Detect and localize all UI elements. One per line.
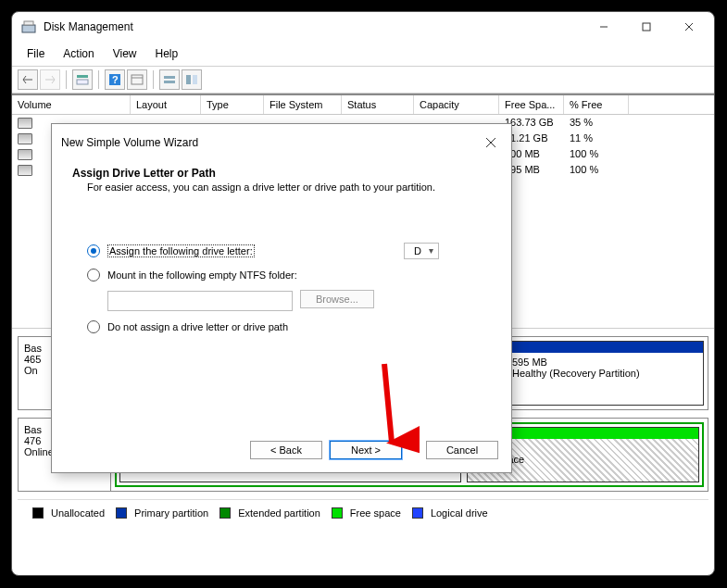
maximize-button[interactable] xyxy=(625,12,668,42)
menu-help[interactable]: Help xyxy=(146,44,188,64)
col-status[interactable]: Status xyxy=(342,95,414,114)
col-type[interactable]: Type xyxy=(201,95,264,114)
drive-icon xyxy=(18,133,32,144)
swatch-free-icon xyxy=(332,507,343,519)
svg-rect-15 xyxy=(193,75,197,84)
menu-bar: File Action View Help xyxy=(12,42,714,67)
radio-mount-folder[interactable] xyxy=(87,269,100,281)
browse-button[interactable]: Browse... xyxy=(300,290,374,308)
svg-rect-7 xyxy=(77,80,88,84)
nav-forward-button[interactable] xyxy=(40,69,60,90)
nav-back-button[interactable] xyxy=(18,69,38,90)
column-headers[interactable]: Volume Layout Type File System Status Ca… xyxy=(12,95,714,115)
col-free-space[interactable]: Free Spa... xyxy=(499,95,564,114)
svg-text:?: ? xyxy=(112,74,119,85)
back-button[interactable]: < Back xyxy=(250,441,322,459)
legend: Unallocated Primary partition Extended p… xyxy=(18,499,708,526)
cancel-button[interactable]: Cancel xyxy=(426,441,498,459)
swatch-primary-icon xyxy=(116,507,127,519)
dialog-title: New Simple Volume Wizard xyxy=(61,136,480,149)
drive-icon xyxy=(18,118,32,129)
close-button[interactable] xyxy=(668,12,710,42)
toolbar-view-icon[interactable] xyxy=(72,69,93,90)
col-filesystem[interactable]: File System xyxy=(264,95,342,114)
drive-icon xyxy=(18,149,32,160)
svg-rect-6 xyxy=(77,75,88,78)
mount-path-input[interactable] xyxy=(107,291,293,311)
title-bar: Disk Management xyxy=(12,12,714,42)
radio-assign-letter-label[interactable]: Assign the following drive letter: xyxy=(107,244,255,257)
svg-rect-13 xyxy=(164,81,175,83)
svg-rect-3 xyxy=(643,23,650,31)
radio-mount-folder-label[interactable]: Mount in the following empty NTFS folder… xyxy=(107,269,297,281)
app-window: Disk Management File Action View Help ? … xyxy=(11,11,715,576)
partition-size: 595 MB xyxy=(512,357,697,368)
svg-rect-0 xyxy=(22,25,35,32)
app-icon xyxy=(21,19,36,34)
window-title: Disk Management xyxy=(44,20,583,33)
drive-icon xyxy=(18,165,32,176)
col-layout[interactable]: Layout xyxy=(131,95,201,114)
dialog-subheading: For easier access, you can assign a driv… xyxy=(72,181,491,193)
radio-no-assign[interactable] xyxy=(87,320,100,333)
svg-rect-10 xyxy=(132,75,143,84)
swatch-unallocated-icon xyxy=(32,507,44,519)
refresh-button[interactable] xyxy=(127,69,147,90)
partition-recovery[interactable]: 595 MB Healthy (Recovery Partition) xyxy=(506,341,704,406)
svg-rect-12 xyxy=(164,76,175,79)
col-volume[interactable]: Volume xyxy=(12,95,131,114)
list-view-button[interactable] xyxy=(159,69,180,90)
col-pct-free[interactable]: % Free xyxy=(564,95,629,114)
minimize-button[interactable] xyxy=(583,12,625,42)
drive-letter-select[interactable]: D xyxy=(404,243,439,259)
menu-file[interactable]: File xyxy=(18,44,54,64)
swatch-logical-icon xyxy=(412,507,423,519)
menu-action[interactable]: Action xyxy=(54,44,103,64)
svg-rect-14 xyxy=(186,75,191,84)
new-simple-volume-wizard-dialog: New Simple Volume Wizard Assign Drive Le… xyxy=(51,123,512,473)
dialog-heading: Assign Drive Letter or Path xyxy=(72,167,491,180)
partition-desc: Healthy (Recovery Partition) xyxy=(512,368,697,379)
radio-assign-letter[interactable] xyxy=(87,244,100,257)
radio-no-assign-label[interactable]: Do not assign a drive letter or drive pa… xyxy=(107,321,288,332)
help-button[interactable]: ? xyxy=(105,69,125,90)
next-button[interactable]: Next > xyxy=(330,441,402,459)
menu-view[interactable]: View xyxy=(104,44,146,64)
detail-view-button[interactable] xyxy=(182,69,202,90)
col-capacity[interactable]: Capacity xyxy=(414,95,499,114)
svg-rect-1 xyxy=(24,21,33,25)
dialog-close-button[interactable] xyxy=(480,131,502,154)
swatch-extended-icon xyxy=(219,507,231,519)
toolbar: ? xyxy=(12,67,714,94)
